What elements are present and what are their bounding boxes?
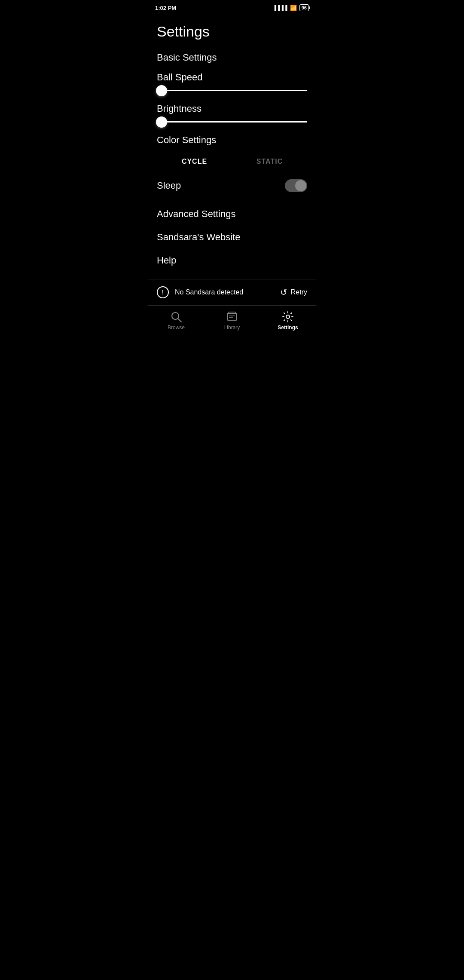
brightness-label: Brightness [157, 103, 307, 114]
main-content: Settings Basic Settings Ball Speed Brigh… [148, 13, 316, 279]
nav-browse[interactable]: Browse [159, 311, 193, 331]
warning-icon: ! [157, 286, 169, 298]
status-message: No Sandsara detected [175, 288, 243, 296]
basic-settings-heading: Basic Settings [157, 52, 307, 63]
color-settings-section: Color Settings CYCLE STATIC [157, 135, 307, 169]
advanced-settings-item[interactable]: Advanced Settings [157, 202, 307, 226]
help-item[interactable]: Help [157, 249, 307, 272]
nav-library-label: Library [224, 325, 240, 331]
battery-icon: 96 [299, 4, 309, 11]
retry-label: Retry [291, 288, 307, 296]
time-display: 1:02 PM [155, 5, 176, 11]
library-icon [226, 311, 238, 323]
nav-browse-label: Browse [168, 325, 185, 331]
svg-line-1 [178, 318, 181, 322]
sleep-toggle-knob [295, 180, 306, 191]
status-left: ! No Sandsara detected [157, 286, 243, 298]
nav-library[interactable]: Library [215, 311, 249, 331]
svg-rect-2 [227, 313, 237, 320]
nav-settings[interactable]: Settings [271, 311, 305, 331]
color-mode-cycle[interactable]: CYCLE [157, 154, 232, 169]
wifi-icon: 📶 [290, 5, 297, 11]
ball-speed-slider[interactable] [157, 90, 307, 91]
brightness-slider[interactable] [157, 121, 307, 122]
sleep-toggle[interactable] [285, 179, 307, 192]
page-title: Settings [157, 23, 307, 40]
color-settings-heading: Color Settings [157, 135, 307, 146]
status-icons: ▐▐▐▐ 📶 96 [273, 4, 309, 11]
settings-icon [282, 311, 294, 323]
retry-icon: ↺ [280, 287, 287, 297]
svg-rect-3 [229, 312, 235, 313]
status-notification: ! No Sandsara detected ↺ Retry [148, 279, 316, 306]
retry-button[interactable]: ↺ Retry [280, 287, 307, 297]
nav-settings-label: Settings [278, 325, 298, 331]
status-bar: 1:02 PM ▐▐▐▐ 📶 96 [148, 0, 316, 13]
search-icon [170, 311, 182, 323]
color-mode-static[interactable]: STATIC [232, 154, 307, 169]
bottom-nav: Browse Library Settings [148, 306, 316, 339]
signal-icon: ▐▐▐▐ [273, 5, 287, 11]
brightness-track [157, 121, 307, 122]
ball-speed-thumb[interactable] [156, 85, 167, 96]
website-item[interactable]: Sandsara's Website [157, 226, 307, 249]
ball-speed-track [157, 90, 307, 91]
ball-speed-label: Ball Speed [157, 72, 307, 83]
sleep-label: Sleep [157, 180, 181, 191]
sleep-row: Sleep [157, 179, 307, 192]
brightness-thumb[interactable] [156, 116, 167, 128]
color-mode-tabs: CYCLE STATIC [157, 154, 307, 169]
svg-point-6 [286, 315, 290, 318]
